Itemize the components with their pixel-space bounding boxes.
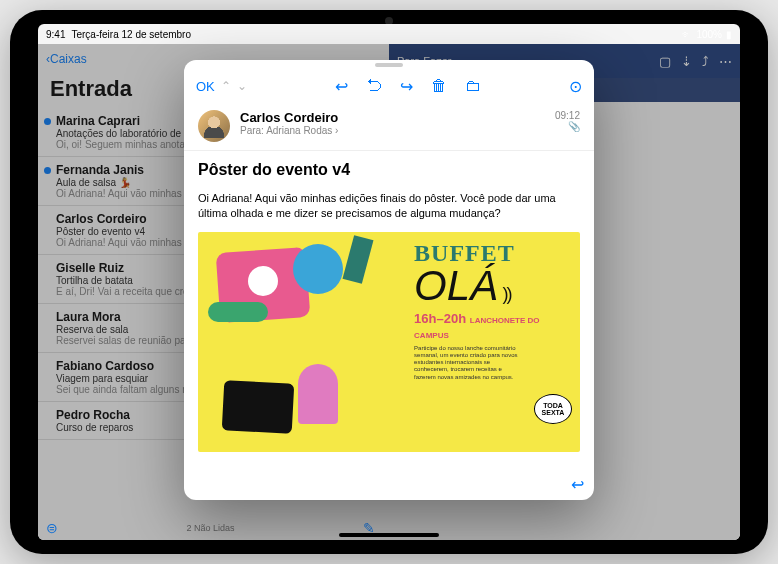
to-label: Para: xyxy=(240,125,264,136)
message-body[interactable]: Pôster do evento v4 Oi Adriana! Aqui vão… xyxy=(184,151,594,500)
message-time: 09:12 xyxy=(555,110,580,121)
reply-icon[interactable]: ↩ xyxy=(335,77,348,96)
poster-paragraph: Participe do nosso lanche comunitário se… xyxy=(414,345,524,381)
message-subject: Pôster do evento v4 xyxy=(198,161,580,179)
poster-time: 16h–20h xyxy=(414,311,466,326)
quick-reply-icon[interactable]: ↩ xyxy=(571,475,584,494)
message-text: Oi Adriana! Aqui vão minhas edições fina… xyxy=(198,191,580,222)
poster-wave: )) xyxy=(503,284,511,304)
ok-button[interactable]: OK xyxy=(196,79,215,94)
trash-icon[interactable]: 🗑 xyxy=(431,77,447,96)
status-bar: 9:41 Terça-feira 12 de setembro ᯤ 100% ▮ xyxy=(38,24,740,44)
battery-icon: ▮ xyxy=(726,29,732,40)
attachment-icon: 📎 xyxy=(555,121,580,132)
status-time: 9:41 xyxy=(46,29,65,40)
sender-avatar[interactable] xyxy=(198,110,230,142)
battery-percent: 100% xyxy=(696,29,722,40)
prev-message-icon[interactable]: ⌃ xyxy=(221,79,231,93)
reply-all-icon[interactable]: ⮌ xyxy=(366,77,382,96)
next-message-icon[interactable]: ⌄ xyxy=(237,79,247,93)
to-line[interactable]: Para: Adriana Rodas › xyxy=(240,125,545,136)
ipad-frame: 9:41 Terça-feira 12 de setembro ᯤ 100% ▮… xyxy=(10,10,768,554)
message-header: Carlos Cordeiro Para: Adriana Rodas › 09… xyxy=(184,102,594,151)
poster-attachment[interactable]: BUFFET OLÁ )) 16h–20h LANCHONETE DO CAMP… xyxy=(198,232,580,452)
modal-toolbar: OK ⌃ ⌄ ↩ ⮌ ↪ 🗑 🗀 ⊙ xyxy=(184,70,594,102)
screen: 9:41 Terça-feira 12 de setembro ᯤ 100% ▮… xyxy=(38,24,740,540)
status-date: Terça-feira 12 de setembro xyxy=(71,29,191,40)
poster-badge: TODA SEXTA xyxy=(534,394,572,424)
modal-grabber[interactable] xyxy=(184,60,594,70)
home-indicator[interactable] xyxy=(339,533,439,537)
more-actions-icon[interactable]: ⊙ xyxy=(569,78,582,95)
forward-icon[interactable]: ↪ xyxy=(400,77,413,96)
chevron-right-icon: › xyxy=(335,125,338,136)
from-name[interactable]: Carlos Cordeiro xyxy=(240,110,545,125)
wifi-icon: ᯤ xyxy=(682,29,692,40)
move-folder-icon[interactable]: 🗀 xyxy=(465,77,481,96)
to-name: Adriana Rodas xyxy=(266,125,332,136)
poster-ola: OLÁ xyxy=(414,262,498,309)
mail-message-modal: OK ⌃ ⌄ ↩ ⮌ ↪ 🗑 🗀 ⊙ Carlos Cord xyxy=(184,60,594,500)
